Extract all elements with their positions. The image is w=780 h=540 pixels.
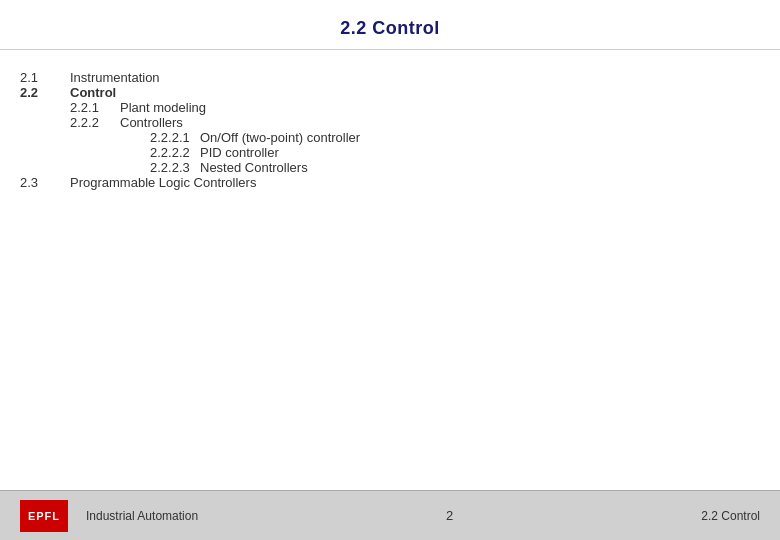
- slide-content: 2.1 Instrumentation 2.2 Control 2.2.1 Pl…: [0, 50, 780, 490]
- slide-title: 2.2 Control: [340, 18, 440, 38]
- toc-number-2-1: 2.1: [20, 70, 70, 85]
- toc-label-2-2-2: Controllers: [120, 115, 183, 130]
- toc-label-2-3: Programmable Logic Controllers: [70, 175, 256, 190]
- footer-logo-area: EPFL Industrial Automation: [20, 500, 198, 532]
- toc-number-2-2-2-1: 2.2.2.1: [150, 130, 200, 145]
- toc-label-2-1: Instrumentation: [70, 70, 160, 85]
- toc-item-2-2-2: 2.2.2 Controllers: [70, 115, 750, 130]
- toc-number-2-2-1: 2.2.1: [70, 100, 120, 115]
- toc-item-2-2-2-1: 2.2.2.1 On/Off (two-point) controller: [150, 130, 750, 145]
- toc-item-2-1: 2.1 Instrumentation: [20, 70, 750, 85]
- footer-page-number: 2: [198, 508, 701, 523]
- epfl-logo: EPFL: [20, 500, 68, 532]
- toc-number-2-2-2: 2.2.2: [70, 115, 120, 130]
- toc-item-2-2-1: 2.2.1 Plant modeling: [70, 100, 750, 115]
- toc-label-2-2-2-1: On/Off (two-point) controller: [200, 130, 360, 145]
- toc-item-2-3: 2.3 Programmable Logic Controllers: [20, 175, 750, 190]
- toc-number-2-2-2-3: 2.2.2.3: [150, 160, 200, 175]
- toc-label-2-2-2-3: Nested Controllers: [200, 160, 308, 175]
- toc-number-2-2: 2.2: [20, 85, 70, 100]
- footer-section-label: 2.2 Control: [701, 509, 760, 523]
- epfl-logo-text: EPFL: [28, 510, 60, 522]
- toc-number-2-2-2-2: 2.2.2.2: [150, 145, 200, 160]
- slide-footer: EPFL Industrial Automation 2 2.2 Control: [0, 490, 780, 540]
- slide-container: 2.2 Control 2.1 Instrumentation 2.2 Cont…: [0, 0, 780, 540]
- toc-label-2-2-2-2: PID controller: [200, 145, 279, 160]
- footer-course-label: Industrial Automation: [86, 509, 198, 523]
- toc-item-2-2: 2.2 Control: [20, 85, 750, 100]
- toc-number-2-3: 2.3: [20, 175, 70, 190]
- toc-label-2-2: Control: [70, 85, 116, 100]
- toc-label-2-2-1: Plant modeling: [120, 100, 206, 115]
- toc-item-2-2-2-3: 2.2.2.3 Nested Controllers: [150, 160, 750, 175]
- toc-item-2-2-2-2: 2.2.2.2 PID controller: [150, 145, 750, 160]
- slide-header: 2.2 Control: [0, 0, 780, 50]
